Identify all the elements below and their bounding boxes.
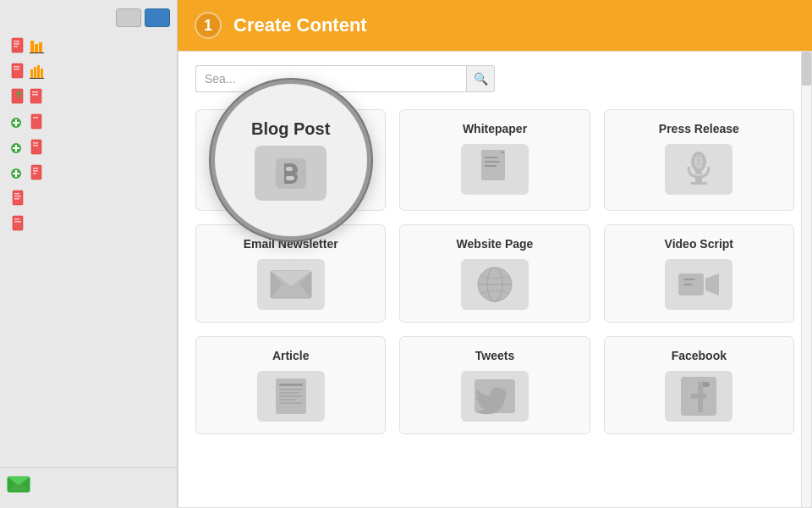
whitepaper-card[interactable]: Whitepaper [399,109,590,211]
svg-rect-16 [12,89,23,103]
sidebar-item-3[interactable] [7,86,170,109]
facebook-card[interactable]: Facebook [604,336,794,434]
svg-rect-55 [485,157,498,158]
doc-red-icon [10,37,27,56]
svg-rect-88 [691,394,706,399]
svg-rect-0 [12,38,23,52]
doc-upload-icon [10,88,27,107]
svg-rect-44 [14,218,19,220]
sidebar-item-7[interactable] [7,187,170,211]
svg-rect-6 [39,42,42,52]
main-area: 1 Create Content 🔍 Blog Post Blog Post [178,0,812,508]
article-icon [272,375,310,417]
website-page-icon-box [461,259,529,310]
svg-rect-38 [33,173,36,174]
email-sidebar-icon[interactable] [7,475,30,494]
svg-rect-31 [33,145,38,146]
step-number: 1 [195,12,222,39]
svg-rect-76 [683,284,692,285]
sidebar-item-5[interactable] [7,136,170,160]
icon-pair-4 [10,113,46,132]
svg-rect-64 [697,159,700,161]
svg-rect-3 [14,46,18,47]
icon-pair-3 [10,88,46,107]
icon-pair-5 [10,139,46,157]
svg-rect-42 [14,198,19,200]
search-input[interactable] [195,65,466,92]
svg-rect-78 [279,384,303,386]
svg-rect-15 [30,78,44,79]
sidebar-btn-gray[interactable] [116,8,141,27]
green-plus-3-icon [10,164,27,183]
website-page-label: Website Page [457,237,534,251]
facebook-icon-box [665,371,732,422]
article-card[interactable]: Article [195,336,386,434]
svg-rect-18 [30,89,41,103]
blog-post-card-wrapper: Blog Post Blog Post [195,109,386,211]
svg-rect-4 [30,41,34,52]
svg-rect-45 [14,221,21,223]
svg-rect-28 [13,147,19,149]
svg-rect-83 [279,402,303,404]
website-page-card[interactable]: Website Page [399,224,590,323]
svg-rect-25 [33,117,38,119]
tweets-icon-box [461,371,529,422]
sidebar-btn-blue[interactable] [145,8,170,27]
svg-rect-43 [13,216,23,230]
svg-rect-14 [41,69,43,78]
scrollbar-thumb[interactable] [802,52,811,86]
svg-marker-74 [705,273,719,295]
svg-rect-12 [34,67,36,78]
email-newsletter-label: Email Newsletter [244,237,338,251]
svg-rect-5 [35,44,38,52]
sidebar-item-6[interactable] [7,162,170,185]
svg-rect-9 [14,66,19,68]
svg-rect-23 [13,122,19,124]
doc-plain-icon [10,190,27,208]
sidebar-item-list [0,31,177,467]
sidebar-item-1[interactable] [7,35,170,58]
sidebar-bottom [0,467,177,504]
svg-rect-57 [485,165,497,167]
svg-rect-79 [279,389,303,390]
email-newsletter-card[interactable]: Email Newsletter [195,224,386,323]
search-button[interactable]: 🔍 [466,65,495,92]
svg-rect-13 [37,65,40,78]
video-script-icon-box [665,259,732,310]
svg-rect-37 [33,170,38,172]
green-plus-1-icon [10,113,27,132]
sidebar-top-buttons [0,4,177,31]
svg-rect-41 [14,196,21,197]
header-title: Create Content [233,14,367,36]
tweets-card[interactable]: Tweets [399,336,590,434]
sidebar-item-8[interactable] [7,213,170,236]
doc-attached-3-icon [29,164,46,183]
press-release-card[interactable]: Press Release [604,109,794,211]
svg-rect-19 [32,91,38,93]
svg-rect-34 [13,173,19,174]
green-plus-2-icon [10,139,27,157]
blog-post-card-bg[interactable] [195,109,386,211]
icon-pair-2 [10,63,46,81]
icon-pair-6 [10,164,46,183]
whitepaper-label: Whitepaper [463,122,527,135]
icon-pair-1 [10,37,46,56]
svg-rect-59 [695,171,702,174]
svg-rect-20 [32,94,38,96]
content-grid: Blog Post Blog Post [195,109,794,434]
chart-orange-icon [29,37,46,56]
sidebar-item-4[interactable] [7,111,170,135]
svg-rect-56 [485,161,500,163]
svg-rect-60 [695,177,702,182]
document-icon [478,148,512,190]
envelope-icon [269,268,313,301]
sidebar-item-2[interactable] [7,60,170,84]
header-bar: 1 Create Content [178,0,812,51]
video-script-card[interactable]: Video Script [604,224,794,323]
svg-rect-1 [14,41,19,42]
doc-red-2-icon [10,63,27,81]
svg-rect-11 [30,69,33,78]
svg-rect-63 [697,156,700,157]
scrollbar-track[interactable] [801,52,811,507]
doc-attached-1-icon [29,113,46,132]
